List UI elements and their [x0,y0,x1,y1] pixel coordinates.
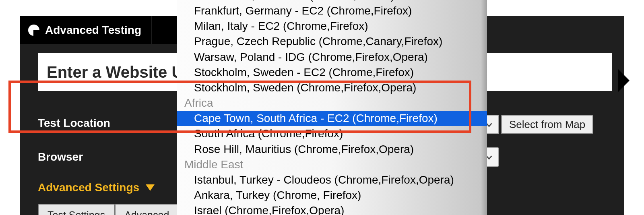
test-location-label: Test Location [38,117,110,130]
dropdown-option[interactable]: Israel (Chrome,Firefox,Opera) [177,203,487,215]
dropdown-option[interactable]: Frankfurt, Germany - EC2 (Chrome,Firefox… [177,3,487,19]
dropdown-option[interactable]: Prague, Czech Republic (Chrome,Canary,Fi… [177,34,487,49]
settings-tab-bar: Test Settings Advanced [38,204,179,215]
app-logo-icon [28,25,39,36]
dropdown-group-header: Middle East [177,157,487,172]
test-location-dropdown-menu[interactable]: Amsterdam, NL - GCE (Chrome,Firefox)Fran… [177,0,487,215]
tab-advanced[interactable]: Advanced [115,204,179,215]
dropdown-option[interactable]: Ankara, Turkey (Chrome, Firefox) [177,188,487,203]
url-input-placeholder: Enter a Website U [47,63,183,81]
triangle-down-icon [146,184,155,191]
start-test-arrow-icon[interactable] [618,69,630,92]
dropdown-option[interactable]: Stockholm, Sweden - EC2 (Chrome,Firefox) [177,65,487,80]
dropdown-option[interactable]: Warsaw, Poland - IDG (Chrome,Firefox,Ope… [177,50,487,65]
dropdown-option[interactable]: South Africa (Chrome,Firefox) [177,126,487,141]
tab-advanced-testing-label: Advanced Testing [45,24,141,37]
tab-advanced-label: Advanced [124,209,169,215]
tab-advanced-testing[interactable]: Advanced Testing [20,16,151,44]
tab-test-settings[interactable]: Test Settings [38,204,115,215]
dropdown-option[interactable]: Cape Town, South Africa - EC2 (Chrome,Fi… [177,111,487,126]
dropdown-option[interactable]: Rose Hill, Mauritius (Chrome,Firefox,Ope… [177,142,487,157]
dropdown-group-header: Africa [177,95,487,111]
dropdown-option[interactable]: Stockholm, Sweden (Chrome,Firefox,Opera) [177,80,487,95]
select-from-map-label: Select from Map [509,118,585,131]
tab-test-settings-label: Test Settings [47,209,105,215]
dropdown-option[interactable]: Istanbul, Turkey - Cloudeos (Chrome,Fire… [177,172,487,188]
advanced-settings-toggle[interactable]: Advanced Settings [38,181,155,194]
browser-label: Browser [38,151,83,163]
dropdown-option[interactable]: Milan, Italy - EC2 (Chrome,Firefox) [177,19,487,34]
dropdown-option[interactable]: Amsterdam, NL - GCE (Chrome,Firefox) [177,0,487,3]
select-from-map-button[interactable]: Select from Map [501,115,593,134]
advanced-settings-label: Advanced Settings [38,181,139,194]
